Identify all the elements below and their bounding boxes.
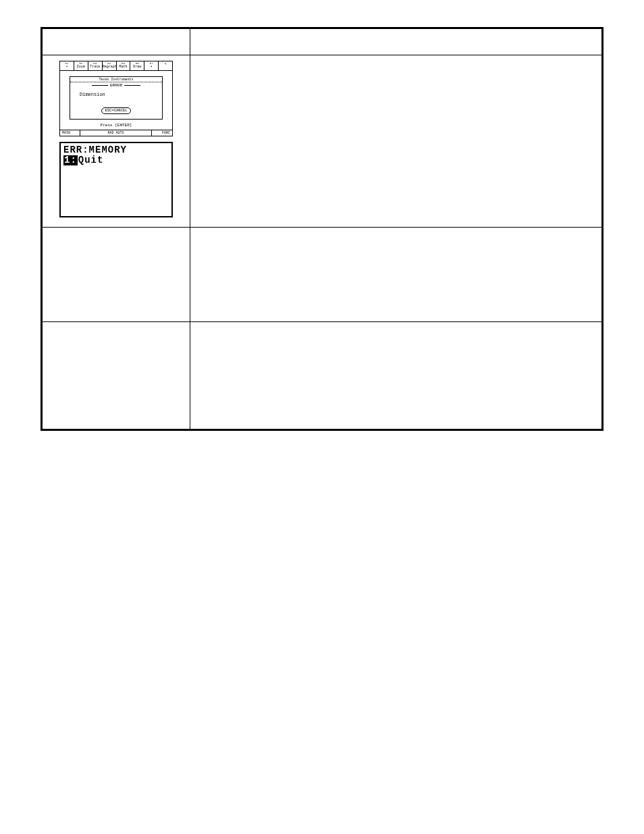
status-func: FUNC [152,130,172,136]
ti83-screenshot: ERR:MEMORY 1:Quit [59,142,173,217]
ti89-screenshot: F1▾ F2Zoom F3Trace F4Regraph F5Math F6Dr… [59,61,173,136]
ti89-status-bar: MAIN RAD AUTO FUNC [60,130,172,136]
ti83-quit-label: Quit [78,155,104,165]
ti89-tab: ✎ [159,61,172,70]
ti89-tab: F7▾ [144,61,159,70]
cell-blank [42,322,190,430]
cell-blank [190,55,603,228]
main-table: F1▾ F2Zoom F3Trace F4Regraph F5Math F6Dr… [41,27,603,431]
esc-cancel-button[interactable]: ESC=CANCEL [101,107,130,114]
ti83-selected-index: 1: [63,155,78,165]
table-row [42,228,603,322]
ti89-press-enter: Press [ENTER] [60,123,172,128]
ti89-tab: F3Trace [88,61,103,70]
ti89-esc-row: ESC=CANCEL [70,104,162,114]
table-row: F1▾ F2Zoom F3Trace F4Regraph F5Math F6Dr… [42,55,603,228]
cell-blank [42,228,190,322]
ti89-banner: Texas Instruments [70,77,162,82]
table-row [42,322,603,430]
table-row [42,28,603,55]
ti89-tab: F5Math [117,61,131,70]
ti83-menu-item[interactable]: 1:Quit [63,155,169,165]
ti89-error-message: Dimension [70,89,162,97]
ti89-toolbar: F1▾ F2Zoom F3Trace F4Regraph F5Math F6Dr… [60,61,172,71]
pencil-icon: ✎ [165,62,167,66]
cell-blank [190,28,603,55]
status-mode: RAD AUTO [80,130,152,136]
ti89-tab: F4Regraph [103,61,117,70]
ti89-tab: F2Zoom [74,61,88,70]
ti89-tab: F1▾ [60,61,74,70]
ti89-dialog-title: ERROR [70,82,162,89]
ti89-error-dialog: Texas Instruments ERROR Dimension ESC=CA… [70,76,163,120]
cell-blank [190,322,603,430]
cell-blank [190,228,603,322]
cell-blank [42,28,190,55]
ti83-error-line: ERR:MEMORY [63,145,169,155]
ti89-tab: F6Draw [130,61,144,70]
page: F1▾ F2Zoom F3Trace F4Regraph F5Math F6Dr… [0,0,644,471]
status-main: MAIN [60,130,80,136]
cell-screenshots: F1▾ F2Zoom F3Trace F4Regraph F5Math F6Dr… [42,55,190,228]
